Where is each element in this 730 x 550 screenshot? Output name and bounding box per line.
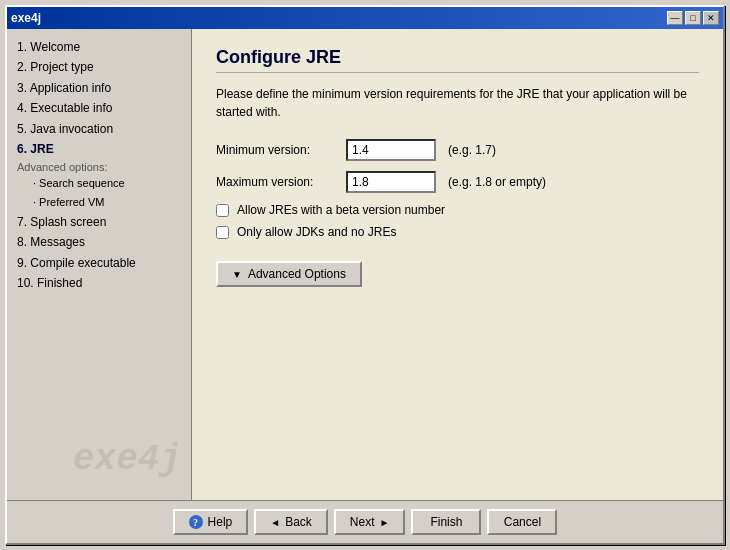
next-arrow-icon: ► (380, 517, 390, 528)
title-bar-buttons: — □ ✕ (667, 11, 719, 25)
back-arrow-icon: ◄ (270, 517, 280, 528)
title-bar: exe4j — □ ✕ (7, 7, 723, 29)
main-window: exe4j — □ ✕ 1. Welcome 2. Project type 3… (5, 5, 725, 545)
min-version-label: Minimum version: (216, 143, 346, 157)
close-button[interactable]: ✕ (703, 11, 719, 25)
sidebar-item-preferred-vm[interactable]: · Preferred VM (17, 193, 181, 212)
main-panel: Configure JRE Please define the minimum … (192, 29, 723, 500)
sidebar-item-search-sequence[interactable]: · Search sequence (17, 174, 181, 193)
description: Please define the minimum version requir… (216, 85, 699, 121)
sidebar-item-application-info[interactable]: 3. Application info (17, 78, 181, 98)
finish-button[interactable]: Finish (411, 509, 481, 535)
advanced-options-button[interactable]: ▼ Advanced Options (216, 261, 362, 287)
checkbox2-row: Only allow JDKs and no JREs (216, 225, 699, 239)
next-button[interactable]: Next ► (334, 509, 406, 535)
dropdown-arrow-icon: ▼ (232, 269, 242, 280)
sidebar: 1. Welcome 2. Project type 3. Applicatio… (7, 29, 192, 500)
sidebar-item-executable-info[interactable]: 4. Executable info (17, 98, 181, 118)
back-button[interactable]: ◄ Back (254, 509, 328, 535)
sidebar-item-project-type[interactable]: 2. Project type (17, 57, 181, 77)
help-button[interactable]: ? Help (173, 509, 249, 535)
sidebar-item-welcome[interactable]: 1. Welcome (17, 37, 181, 57)
sidebar-item-splash-screen[interactable]: 7. Splash screen (17, 212, 181, 232)
max-version-hint: (e.g. 1.8 or empty) (448, 175, 546, 189)
sidebar-item-jre[interactable]: 6. JRE (17, 139, 181, 159)
maximize-button[interactable]: □ (685, 11, 701, 25)
help-icon: ? (189, 515, 203, 529)
max-version-row: Maximum version: (e.g. 1.8 or empty) (216, 171, 699, 193)
sidebar-item-messages[interactable]: 8. Messages (17, 232, 181, 252)
jdk-only-label[interactable]: Only allow JDKs and no JREs (237, 225, 396, 239)
footer: ? Help ◄ Back Next ► Finish Cancel (7, 500, 723, 543)
window-title: exe4j (11, 11, 41, 25)
panel-title: Configure JRE (216, 47, 699, 73)
jdk-only-checkbox[interactable] (216, 226, 229, 239)
min-version-input[interactable] (346, 139, 436, 161)
sidebar-item-java-invocation[interactable]: 5. Java invocation (17, 119, 181, 139)
min-version-hint: (e.g. 1.7) (448, 143, 496, 157)
min-version-row: Minimum version: (e.g. 1.7) (216, 139, 699, 161)
beta-version-label[interactable]: Allow JREs with a beta version number (237, 203, 445, 217)
beta-version-checkbox[interactable] (216, 204, 229, 217)
cancel-button[interactable]: Cancel (487, 509, 557, 535)
checkbox1-row: Allow JREs with a beta version number (216, 203, 699, 217)
minimize-button[interactable]: — (667, 11, 683, 25)
max-version-input[interactable] (346, 171, 436, 193)
watermark: exe4j (73, 439, 181, 480)
sidebar-item-finished[interactable]: 10. Finished (17, 273, 181, 293)
sidebar-advanced-label: Advanced options: (17, 161, 181, 173)
content-area: 1. Welcome 2. Project type 3. Applicatio… (7, 29, 723, 500)
max-version-label: Maximum version: (216, 175, 346, 189)
sidebar-item-compile-executable[interactable]: 9. Compile executable (17, 253, 181, 273)
